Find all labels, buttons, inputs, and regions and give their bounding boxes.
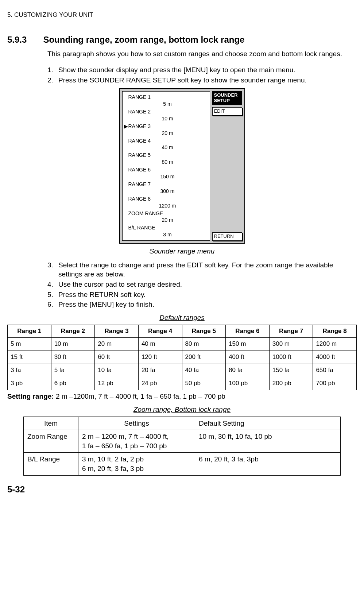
section-title: Sounding range, zoom range, bottom lock …	[43, 34, 244, 46]
menu-marker-icon	[124, 166, 128, 173]
table-cell: 5 fa	[51, 364, 95, 377]
menu-item-label: RANGE 1	[128, 94, 207, 101]
table-cell: 10 fa	[95, 364, 139, 377]
step-item: 2.Press the SOUNDER RANGE SETUP soft key…	[47, 76, 353, 85]
step-number: 5.	[47, 290, 55, 299]
table-cell: 3 fa	[8, 364, 51, 377]
menu-marker-icon	[124, 196, 128, 202]
menu-item-label: RANGE 7	[128, 181, 207, 188]
step-text: Press the SOUNDER RANGE SETUP soft key t…	[58, 76, 353, 85]
table-row: 15 ft30 ft60 ft120 ft200 ft400 ft1000 ft…	[8, 351, 357, 364]
menu-item-value: 40 m	[128, 144, 207, 151]
menu-marker-icon: ▶	[124, 123, 128, 130]
zoom-header-default: Default Setting	[195, 417, 341, 430]
table-header-cell: Range 6	[226, 325, 270, 338]
menu-item-value: 20 m	[128, 217, 207, 224]
default-ranges-caption: Default ranges	[7, 313, 357, 322]
menu-item-value: 3 m	[128, 231, 207, 238]
table-cell: 3 pb	[8, 377, 51, 390]
table-cell: 150 m	[226, 338, 270, 351]
table-cell: Zoom Range	[24, 430, 78, 453]
table-cell: 700 pb	[313, 377, 357, 390]
running-header: 5. CUSTOMIZING YOUR UNIT	[7, 11, 357, 19]
menu-item[interactable]: ZOOM RANGE	[124, 210, 207, 217]
menu-item[interactable]: RANGE 6	[124, 166, 207, 173]
softkey-header: SOUNDER SETUP	[212, 91, 242, 105]
steps-list-b: 3.Select the range to change and press t…	[47, 260, 353, 309]
table-cell: 6 m, 20 ft, 3 fa, 3pb	[195, 453, 341, 475]
table-cell: 400 ft	[226, 351, 270, 364]
sounder-menu-figure: RANGE 15 mRANGE 210 m▶RANGE 320 mRANGE 4…	[7, 88, 357, 244]
menu-marker-icon	[124, 138, 128, 144]
menu-marker-icon	[124, 94, 128, 101]
step-item: 6.Press the [MENU] key to finish.	[47, 300, 353, 309]
table-cell: 80 fa	[226, 364, 270, 377]
table-header-cell: Range 7	[269, 325, 313, 338]
table-row: 3 pb6 pb12 pb24 pb50 pb100 pb200 pb700 p…	[8, 377, 357, 390]
return-softkey[interactable]: RETURN	[212, 232, 242, 241]
step-item: 3.Select the range to change and press t…	[47, 260, 353, 279]
zoom-header-item: Item	[24, 417, 78, 430]
table-row: 5 m10 m20 m40 m80 m150 m300 m1200 m	[8, 338, 357, 351]
step-number: 4.	[47, 280, 55, 289]
step-text: Select the range to change and press the…	[58, 260, 353, 279]
step-number: 3.	[47, 260, 55, 279]
menu-item-value: 10 m	[128, 115, 207, 122]
menu-item-label: RANGE 5	[128, 152, 207, 159]
table-row: B/L Range3 m, 10 ft, 2 fa, 2 pb6 m, 20 f…	[24, 453, 341, 475]
softkey-panel: SOUNDER SETUP EDIT RETURN	[212, 91, 242, 241]
table-cell: 12 pb	[95, 377, 139, 390]
table-cell: 650 fa	[313, 364, 357, 377]
table-cell: 2 m – 1200 m, 7 ft – 4000 ft,1 fa – 650 …	[78, 430, 195, 453]
steps-list-a: 1.Show the sounder display and press the…	[47, 65, 353, 85]
menu-item[interactable]: RANGE 8	[124, 196, 207, 202]
menu-item[interactable]: RANGE 2	[124, 108, 207, 115]
default-ranges-table: Range 1Range 2Range 3Range 4Range 5Range…	[7, 325, 357, 391]
table-cell: 10 m, 30 ft, 10 fa, 10 pb	[195, 430, 341, 453]
setting-range-text: 2 m –1200m, 7 ft – 4000 ft, 1 fa – 650 f…	[54, 392, 225, 400]
menu-item-label: RANGE 2	[128, 108, 207, 115]
menu-item[interactable]: B/L RANGE	[124, 224, 207, 231]
step-item: 4.Use the cursor pad to set range desire…	[47, 280, 353, 289]
menu-item-value: 1200 m	[128, 202, 207, 209]
menu-item-value: 20 m	[128, 130, 207, 137]
step-text: Show the sounder display and press the […	[58, 65, 353, 75]
table-cell: 24 pb	[138, 377, 182, 390]
menu-item-label: RANGE 6	[128, 166, 207, 173]
table-cell: B/L Range	[24, 453, 78, 475]
softkey-header-line2: SETUP	[214, 98, 230, 103]
menu-item[interactable]: RANGE 4	[124, 138, 207, 144]
step-item: 1.Show the sounder display and press the…	[47, 65, 353, 75]
menu-item[interactable]: RANGE 1	[124, 94, 207, 101]
menu-item[interactable]: RANGE 5	[124, 152, 207, 159]
table-cell: 3 m, 10 ft, 2 fa, 2 pb6 m, 20 ft, 3 fa, …	[78, 453, 195, 475]
step-item: 5.Press the RETURN soft key.	[47, 290, 353, 299]
table-cell: 120 ft	[138, 351, 182, 364]
menu-item-label: RANGE 8	[128, 196, 207, 202]
edit-softkey[interactable]: EDIT	[212, 107, 242, 116]
table-cell: 4000 ft	[313, 351, 357, 364]
table-cell: 20 fa	[138, 364, 182, 377]
table-row: Zoom Range2 m – 1200 m, 7 ft – 4000 ft,1…	[24, 430, 341, 453]
step-number: 1.	[47, 65, 55, 75]
menu-item-value: 300 m	[128, 188, 207, 195]
step-text: Press the RETURN soft key.	[58, 290, 353, 299]
table-header-cell: Range 8	[313, 325, 357, 338]
table-cell: 100 pb	[226, 377, 270, 390]
page-number: 5-32	[7, 484, 357, 495]
menu-item-label: ZOOM RANGE	[128, 210, 207, 217]
menu-marker-icon	[124, 152, 128, 159]
menu-marker-icon	[124, 210, 128, 217]
menu-item-value: 5 m	[128, 101, 207, 108]
table-cell: 300 m	[269, 338, 313, 351]
menu-list-panel: RANGE 15 mRANGE 210 m▶RANGE 320 mRANGE 4…	[122, 91, 210, 241]
menu-marker-icon	[124, 224, 128, 231]
section-number: 5.9.3	[7, 34, 27, 46]
table-header-cell: Range 2	[51, 325, 95, 338]
figure-caption: Sounder range menu	[7, 247, 357, 256]
menu-item-label: RANGE 3	[128, 123, 207, 130]
menu-item[interactable]: ▶RANGE 3	[124, 123, 207, 130]
menu-marker-icon	[124, 181, 128, 188]
menu-item[interactable]: RANGE 7	[124, 181, 207, 188]
table-cell: 150 fa	[269, 364, 313, 377]
